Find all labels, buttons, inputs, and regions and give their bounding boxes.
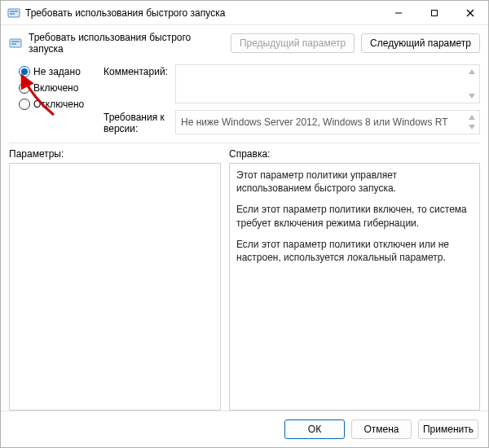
comment-label: Комментарий: [104,64,169,77]
policy-editor-window: Требовать использования быстрого запуска… [0,0,489,448]
divider [9,143,480,143]
svg-rect-1 [10,11,18,12]
radio-disabled[interactable]: Отключено [19,99,94,110]
policy-icon [7,7,20,20]
panel-headers: Параметры: Справка: [1,148,488,163]
policy-icon [9,37,22,50]
cancel-button[interactable]: Отмена [351,419,412,439]
svg-rect-9 [11,43,16,45]
help-paragraph: Если этот параметр политики отключен или… [236,238,473,264]
minimize-button[interactable] [381,1,416,25]
scroll-up-icon[interactable] [466,112,478,122]
scroll-down-icon[interactable] [466,91,478,101]
svg-rect-8 [11,41,20,42]
svg-rect-2 [10,13,15,15]
help-paragraph: Этот параметр политики управляет использ… [236,169,473,195]
state-section: Не задано Включено Отключено Комментарий… [1,61,488,138]
radio-icon [19,82,30,94]
radio-label: Отключено [33,99,84,110]
apply-button[interactable]: Применить [418,419,478,439]
version-text: Не ниже Windows Server 2012, Windows 8 и… [181,116,448,128]
radio-not-configured[interactable]: Не задано [19,66,94,77]
radio-label: Не задано [33,66,81,77]
previous-setting-button[interactable]: Предыдущий параметр [231,33,355,53]
ok-button[interactable]: ОК [284,419,345,439]
next-setting-button[interactable]: Следующий параметр [361,33,480,53]
help-header: Справка: [229,148,480,160]
policy-title: Требовать использования быстрого запуска [29,32,224,55]
version-box: Не ниже Windows Server 2012, Windows 8 и… [175,110,480,134]
help-panel: Этот параметр политики управляет использ… [229,163,480,411]
titlebar-text: Требовать использования быстрого запуска [25,7,381,19]
titlebar: Требовать использования быстрого запуска [1,1,488,25]
footer: ОК Отмена Применить [1,411,488,447]
header: Требовать использования быстрого запуска… [1,25,488,61]
state-radio-group: Не задано Включено Отключено [19,64,94,134]
options-panel [9,163,221,411]
svg-rect-4 [432,10,438,15]
panels: Этот параметр политики управляет использ… [1,163,488,411]
help-paragraph: Если этот параметр политики включен, то … [236,203,473,229]
close-button[interactable] [452,1,488,25]
scroll-down-icon[interactable] [466,122,478,132]
maximize-button[interactable] [416,1,452,25]
radio-icon [19,99,30,110]
scroll-up-icon[interactable] [466,67,478,77]
params-header: Параметры: [9,148,221,160]
comment-input[interactable] [175,64,480,103]
fields: Комментарий: Требования к версии: Не ниж… [104,64,480,134]
radio-label: Включено [33,82,78,94]
radio-icon [19,66,30,77]
version-label: Требования к версии: [104,110,169,134]
radio-enabled[interactable]: Включено [19,82,94,94]
